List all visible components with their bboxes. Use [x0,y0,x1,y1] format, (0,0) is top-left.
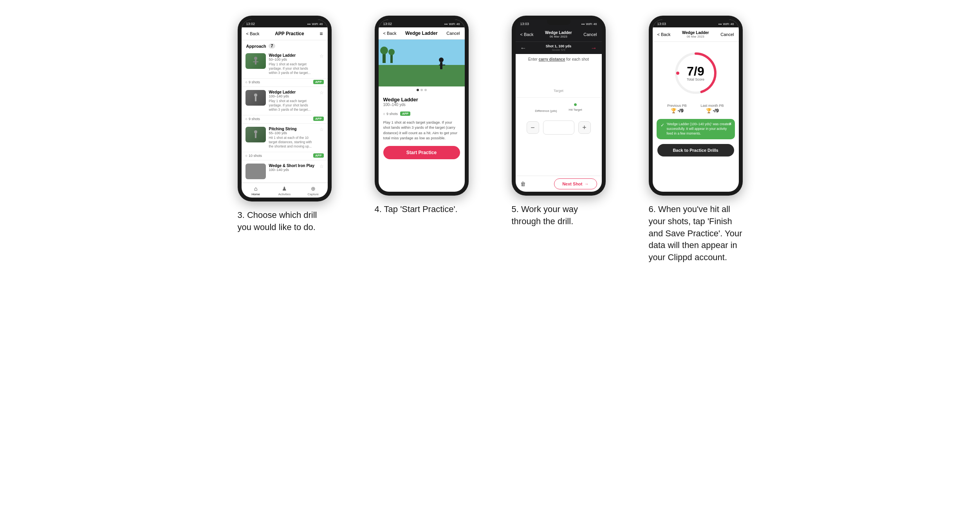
notch-4 [684,20,707,25]
bottom-tabs-1: ⌂ Home ♟ Activities ⊕ Capture [242,183,328,198]
drill-meta-2: ○ 9 shots APP [242,115,328,124]
hit-target-stat: ● Hit Target [569,101,582,113]
cancel-button-3[interactable]: Cancel [583,32,597,37]
shot-stats: 3 Difference (yds) ● Hit Target [516,97,602,116]
trash-icon[interactable]: 🗑 [520,181,526,187]
star-icon-4[interactable]: ☆ [319,164,324,169]
activities-icon: ♟ [282,185,287,192]
drill-image-2 [379,40,465,86]
start-practice-button[interactable]: Start Practice [383,146,460,159]
cancel-button-4[interactable]: Cancel [720,32,734,37]
drill-desc-2: Play 1 shot at each target yardage. If y… [269,99,316,112]
shot-info: Shot 1, 100 yds Score 5/9 [546,44,572,52]
hit-target-label: Hit Target [569,108,582,112]
cancel-button-2[interactable]: Cancel [446,31,460,36]
clock-icon-1: ○ [245,80,247,84]
drill-desc-3: Hit 1 shot at each of the 10 target dist… [269,136,316,149]
phone-frame-1: 13:02 ▪▪▪ WiFi 46 < Back APP Practice ≡ … [238,16,332,201]
drill-item-2[interactable]: Wedge Ladder 100–140 yds Play 1 shot at … [242,87,328,115]
svg-point-15 [388,49,395,55]
clock-icon-3: ○ [245,154,247,158]
back-button-1[interactable]: < Back [246,31,260,36]
close-icon[interactable]: ✕ [729,121,732,127]
wifi-icon: WiFi [312,22,318,26]
shot-nav-row: ← Shot 1, 100 yds Score 5/9 → [516,42,602,54]
drill-item-1[interactable]: Wedge Ladder 50–100 yds Play 1 shot at e… [242,50,328,79]
clock-icon-detail: ○ [383,112,385,116]
menu-icon-1[interactable]: ≡ [319,31,323,37]
next-shot-button[interactable]: Next Shot → [554,178,597,189]
drill-yds-4: 100–140 yds [269,168,316,172]
back-button-4[interactable]: < Back [657,32,671,37]
app-badge-1: APP [313,80,323,84]
home-icon: ⌂ [254,185,257,192]
image-dots-2 [379,86,465,94]
drill-item-3[interactable]: Pitching String 55–100 yds Hit 1 shot at… [242,124,328,152]
caption-2: 4. Tap 'Start Practice'. [375,203,469,216]
drill-item-4[interactable]: Wedge & Short Iron Play 100–140 yds ☆ [242,160,328,183]
drill-meta-1: ○ 9 shots APP [242,79,328,87]
prev-arrow[interactable]: ← [520,45,527,52]
shot-score: Score 5/9 [546,48,572,52]
svg-point-13 [380,47,388,54]
svg-point-0 [254,57,257,60]
signal-icon: ▪▪▪ [307,22,311,26]
nav-title-4: Wedge Ladder 06 Mar 2023 [682,31,709,38]
drill-yds-1: 50–100 yds [269,58,316,61]
time-1: 13:02 [246,22,255,26]
notch-2 [410,20,433,25]
phone-section-3: 13:03 ▪▪▪ WiFi 46 < Back Wedge Ladder 06… [496,16,621,264]
difference-stat: 3 Difference (yds) [535,101,557,113]
shots-info-3: ○ 10 shots [245,154,262,158]
svg-point-5 [254,130,257,133]
tab-activities[interactable]: ♟ Activities [270,185,299,196]
battery-icon: 46 [319,22,323,26]
drill-name-3: Pitching String [269,127,316,131]
section-count: 7 [269,43,276,49]
tab-activities-label: Activities [278,192,291,196]
shots-info-2: ○ 9 shots [245,117,260,121]
status-icons-1: ▪▪▪ WiFi 46 [307,22,323,26]
score-text: 7/9 Total Score [687,65,704,81]
app-badge-3: APP [313,153,323,158]
back-button-2[interactable]: < Back [383,31,397,36]
dot-1 [417,89,419,91]
target-yds-display: 100 yds [516,63,602,89]
caption-4: 6. When you've hit all your shots, tap '… [649,203,743,264]
tab-home[interactable]: ⌂ Home [242,185,270,196]
caption-3: 5. Work your way through the drill. [512,203,606,228]
section-label: Approach [246,44,266,49]
input-display[interactable]: 103 [543,121,574,135]
increment-button[interactable]: + [578,121,591,134]
svg-rect-10 [440,62,442,69]
notch-3 [547,20,570,25]
notch-1 [273,20,296,25]
nav-bar-1: < Back APP Practice ≡ [242,27,328,40]
nav-bar-4: < Back Wedge Ladder 06 Mar 2023 Cancel [653,27,739,42]
tab-capture[interactable]: ⊕ Capture [299,185,327,196]
drill-name-2: Wedge Ladder [269,90,316,94]
drill-detail-name-2: Wedge Ladder [383,97,460,103]
back-drills-button[interactable]: Back to Practice Drills [657,144,734,156]
next-arrow[interactable]: → [591,45,597,52]
pb-row: Previous PB 🏆 -/9 Last month PB 🏆 -/9 [653,101,739,117]
star-icon-3[interactable]: ☆ [319,127,324,132]
back-button-3[interactable]: < Back [520,32,534,37]
drill-info-2: Wedge Ladder 100–140 yds Play 1 shot at … [269,90,316,112]
star-icon-2[interactable]: ☆ [319,90,324,95]
dot-3 [424,89,427,91]
time-4: 13:03 [657,22,666,26]
drill-thumb-4 [245,164,266,179]
status-icons-2: ▪▪▪ WiFi 46 [444,22,460,26]
section-header-1: Approach 7 [242,40,328,50]
time-2: 13:02 [383,22,392,26]
decrement-button[interactable]: − [527,121,539,134]
star-icon-1[interactable]: ☆ [319,53,324,59]
nav-bar-3: < Back Wedge Ladder 06 Mar 2023 Cancel [516,27,602,42]
detail-meta-2: ○ 9 shots APP [379,110,465,117]
time-3: 13:03 [520,22,529,26]
difference-value: 3 [535,101,557,109]
dot-2 [421,89,423,91]
svg-rect-8 [379,65,465,86]
drill-info-4: Wedge & Short Iron Play 100–140 yds [269,164,316,172]
